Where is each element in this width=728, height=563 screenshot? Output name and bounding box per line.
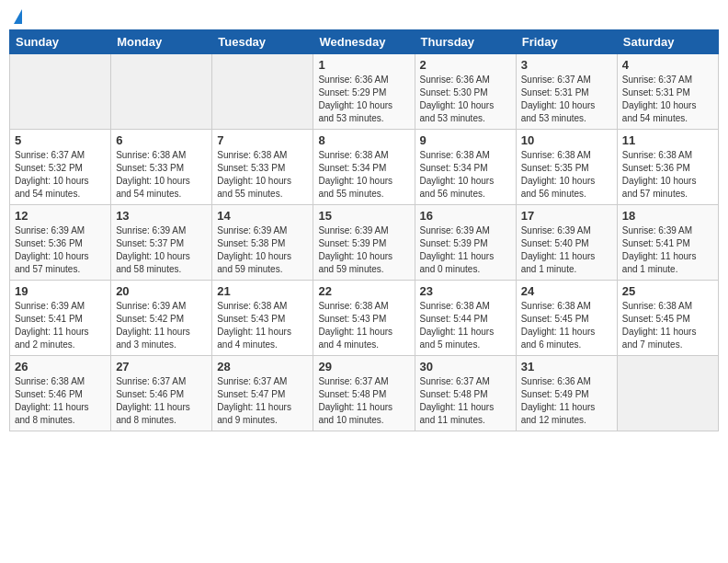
day-info: Sunrise: 6:37 AM Sunset: 5:32 PM Dayligh…	[15, 149, 106, 201]
calendar-cell: 23Sunrise: 6:38 AM Sunset: 5:44 PM Dayli…	[415, 281, 516, 356]
calendar-cell: 27Sunrise: 6:37 AM Sunset: 5:46 PM Dayli…	[111, 356, 212, 431]
day-info: Sunrise: 6:36 AM Sunset: 5:30 PM Dayligh…	[420, 74, 511, 125]
calendar-cell	[10, 54, 111, 130]
calendar-cell: 29Sunrise: 6:37 AM Sunset: 5:48 PM Dayli…	[313, 356, 415, 431]
col-header-thursday: Thursday	[415, 30, 516, 54]
calendar-cell: 28Sunrise: 6:37 AM Sunset: 5:47 PM Dayli…	[212, 356, 313, 431]
calendar-cell: 2Sunrise: 6:36 AM Sunset: 5:30 PM Daylig…	[415, 54, 516, 130]
calendar-cell: 12Sunrise: 6:39 AM Sunset: 5:36 PM Dayli…	[10, 205, 111, 281]
calendar-cell: 15Sunrise: 6:39 AM Sunset: 5:39 PM Dayli…	[313, 205, 415, 281]
day-info: Sunrise: 6:38 AM Sunset: 5:43 PM Dayligh…	[217, 300, 308, 351]
day-number: 15	[318, 209, 409, 223]
calendar-cell: 4Sunrise: 6:37 AM Sunset: 5:31 PM Daylig…	[617, 54, 718, 130]
day-number: 23	[420, 284, 511, 298]
day-number: 13	[116, 209, 207, 223]
day-info: Sunrise: 6:38 AM Sunset: 5:34 PM Dayligh…	[420, 149, 511, 201]
day-info: Sunrise: 6:39 AM Sunset: 5:41 PM Dayligh…	[622, 224, 713, 276]
day-info: Sunrise: 6:37 AM Sunset: 5:47 PM Dayligh…	[217, 375, 308, 427]
day-info: Sunrise: 6:39 AM Sunset: 5:42 PM Dayligh…	[116, 300, 207, 351]
calendar-cell: 11Sunrise: 6:38 AM Sunset: 5:36 PM Dayli…	[617, 130, 718, 205]
col-header-sunday: Sunday	[10, 30, 111, 54]
day-info: Sunrise: 6:38 AM Sunset: 5:45 PM Dayligh…	[622, 300, 713, 351]
logo-triangle-icon	[14, 9, 22, 24]
day-info: Sunrise: 6:38 AM Sunset: 5:45 PM Dayligh…	[521, 300, 612, 351]
day-info: Sunrise: 6:38 AM Sunset: 5:36 PM Dayligh…	[622, 149, 713, 201]
day-number: 2	[420, 58, 511, 72]
calendar-cell: 25Sunrise: 6:38 AM Sunset: 5:45 PM Dayli…	[617, 281, 718, 356]
day-number: 14	[217, 209, 308, 223]
calendar-cell: 13Sunrise: 6:39 AM Sunset: 5:37 PM Dayli…	[111, 205, 212, 281]
calendar-cell: 30Sunrise: 6:37 AM Sunset: 5:48 PM Dayli…	[415, 356, 516, 431]
day-number: 29	[318, 360, 409, 373]
calendar-header-row: SundayMondayTuesdayWednesdayThursdayFrid…	[10, 30, 719, 54]
day-number: 8	[318, 133, 409, 147]
day-info: Sunrise: 6:39 AM Sunset: 5:39 PM Dayligh…	[318, 224, 409, 276]
day-number: 31	[521, 360, 612, 373]
day-number: 21	[217, 284, 308, 298]
logo	[13, 9, 22, 22]
day-number: 4	[622, 58, 713, 72]
day-info: Sunrise: 6:38 AM Sunset: 5:33 PM Dayligh…	[116, 149, 207, 201]
day-number: 5	[15, 133, 106, 147]
day-number: 17	[521, 209, 612, 223]
day-info: Sunrise: 6:39 AM Sunset: 5:39 PM Dayligh…	[420, 224, 511, 276]
calendar-week-row: 12Sunrise: 6:39 AM Sunset: 5:36 PM Dayli…	[10, 205, 719, 281]
calendar-week-row: 19Sunrise: 6:39 AM Sunset: 5:41 PM Dayli…	[10, 281, 719, 356]
col-header-wednesday: Wednesday	[313, 30, 415, 54]
calendar-cell: 5Sunrise: 6:37 AM Sunset: 5:32 PM Daylig…	[10, 130, 111, 205]
calendar-cell: 18Sunrise: 6:39 AM Sunset: 5:41 PM Dayli…	[617, 205, 718, 281]
day-number: 25	[622, 284, 713, 298]
day-info: Sunrise: 6:38 AM Sunset: 5:33 PM Dayligh…	[217, 149, 308, 201]
col-header-saturday: Saturday	[617, 30, 718, 54]
calendar-cell: 8Sunrise: 6:38 AM Sunset: 5:34 PM Daylig…	[313, 130, 415, 205]
day-info: Sunrise: 6:39 AM Sunset: 5:40 PM Dayligh…	[521, 224, 612, 276]
day-info: Sunrise: 6:38 AM Sunset: 5:34 PM Dayligh…	[318, 149, 409, 201]
calendar-cell: 10Sunrise: 6:38 AM Sunset: 5:35 PM Dayli…	[516, 130, 617, 205]
calendar-week-row: 5Sunrise: 6:37 AM Sunset: 5:32 PM Daylig…	[10, 130, 719, 205]
col-header-friday: Friday	[516, 30, 617, 54]
day-number: 19	[15, 284, 106, 298]
day-number: 12	[15, 209, 106, 223]
calendar-cell: 7Sunrise: 6:38 AM Sunset: 5:33 PM Daylig…	[212, 130, 313, 205]
day-info: Sunrise: 6:37 AM Sunset: 5:48 PM Dayligh…	[420, 375, 511, 427]
calendar-cell: 19Sunrise: 6:39 AM Sunset: 5:41 PM Dayli…	[10, 281, 111, 356]
day-info: Sunrise: 6:39 AM Sunset: 5:38 PM Dayligh…	[217, 224, 308, 276]
calendar-cell: 20Sunrise: 6:39 AM Sunset: 5:42 PM Dayli…	[111, 281, 212, 356]
day-number: 20	[116, 284, 207, 298]
calendar-cell: 17Sunrise: 6:39 AM Sunset: 5:40 PM Dayli…	[516, 205, 617, 281]
day-number: 28	[217, 360, 308, 373]
day-info: Sunrise: 6:38 AM Sunset: 5:43 PM Dayligh…	[318, 300, 409, 351]
day-number: 1	[318, 58, 409, 72]
day-info: Sunrise: 6:36 AM Sunset: 5:29 PM Dayligh…	[318, 74, 409, 125]
day-number: 10	[521, 133, 612, 147]
day-info: Sunrise: 6:36 AM Sunset: 5:49 PM Dayligh…	[521, 375, 612, 427]
day-info: Sunrise: 6:37 AM Sunset: 5:48 PM Dayligh…	[318, 375, 409, 427]
day-info: Sunrise: 6:39 AM Sunset: 5:41 PM Dayligh…	[15, 300, 106, 351]
day-number: 7	[217, 133, 308, 147]
calendar-cell: 14Sunrise: 6:39 AM Sunset: 5:38 PM Dayli…	[212, 205, 313, 281]
day-info: Sunrise: 6:37 AM Sunset: 5:31 PM Dayligh…	[521, 74, 612, 125]
calendar-cell: 3Sunrise: 6:37 AM Sunset: 5:31 PM Daylig…	[516, 54, 617, 130]
calendar-cell: 16Sunrise: 6:39 AM Sunset: 5:39 PM Dayli…	[415, 205, 516, 281]
day-info: Sunrise: 6:38 AM Sunset: 5:44 PM Dayligh…	[420, 300, 511, 351]
page-header	[9, 9, 719, 22]
day-number: 26	[15, 360, 106, 373]
calendar-cell: 6Sunrise: 6:38 AM Sunset: 5:33 PM Daylig…	[111, 130, 212, 205]
calendar-cell: 24Sunrise: 6:38 AM Sunset: 5:45 PM Dayli…	[516, 281, 617, 356]
calendar-cell: 26Sunrise: 6:38 AM Sunset: 5:46 PM Dayli…	[10, 356, 111, 431]
calendar-cell: 31Sunrise: 6:36 AM Sunset: 5:49 PM Dayli…	[516, 356, 617, 431]
day-info: Sunrise: 6:37 AM Sunset: 5:46 PM Dayligh…	[116, 375, 207, 427]
calendar-table: SundayMondayTuesdayWednesdayThursdayFrid…	[9, 29, 719, 431]
day-info: Sunrise: 6:38 AM Sunset: 5:46 PM Dayligh…	[15, 375, 106, 427]
calendar-cell: 9Sunrise: 6:38 AM Sunset: 5:34 PM Daylig…	[415, 130, 516, 205]
day-number: 16	[420, 209, 511, 223]
day-number: 24	[521, 284, 612, 298]
day-number: 11	[622, 133, 713, 147]
calendar-week-row: 1Sunrise: 6:36 AM Sunset: 5:29 PM Daylig…	[10, 54, 719, 130]
calendar-cell	[617, 356, 718, 431]
col-header-tuesday: Tuesday	[212, 30, 313, 54]
calendar-cell: 1Sunrise: 6:36 AM Sunset: 5:29 PM Daylig…	[313, 54, 415, 130]
calendar-cell: 21Sunrise: 6:38 AM Sunset: 5:43 PM Dayli…	[212, 281, 313, 356]
day-number: 27	[116, 360, 207, 373]
calendar-cell: 22Sunrise: 6:38 AM Sunset: 5:43 PM Dayli…	[313, 281, 415, 356]
